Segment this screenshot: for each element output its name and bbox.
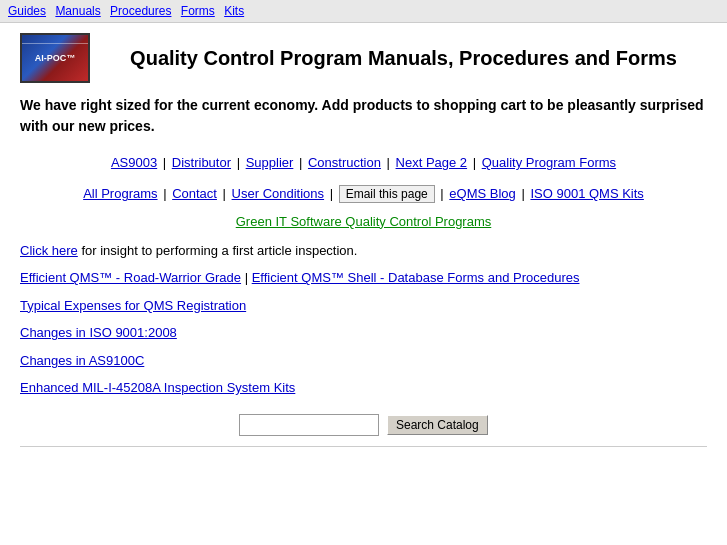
links-row-2: All Programs | Contact | User Conditions… [20,182,707,205]
changes-as-line: Changes in AS9100C [20,351,707,371]
logo: AI-POC™ [20,33,90,83]
link-iso-kits[interactable]: ISO 9001 QMS Kits [530,186,643,201]
header-row: AI-POC™ Quality Control Program Manuals,… [20,33,707,83]
link-quality-forms[interactable]: Quality Program Forms [482,155,616,170]
enhanced-mil-line: Enhanced MIL-I-45208A Inspection System … [20,378,707,398]
logo-text: AI-POC™ [35,53,76,64]
link-as9003[interactable]: AS9003 [111,155,157,170]
link-changes-as[interactable]: Changes in AS9100C [20,353,144,368]
efficient-separator: | [245,270,252,285]
search-row: Search Catalog [20,414,707,436]
page-title: Quality Control Program Manuals, Procedu… [100,45,707,71]
link-changes-iso[interactable]: Changes in ISO 9001:2008 [20,325,177,340]
click-here-line: Click here for insight to performing a f… [20,241,707,261]
link-eqms-blog[interactable]: eQMS Blog [449,186,515,201]
link-efficient-qms-road[interactable]: Efficient QMS™ - Road-Warrior Grade [20,270,241,285]
efficient-qms-line: Efficient QMS™ - Road-Warrior Grade | Ef… [20,268,707,288]
changes-iso-line: Changes in ISO 9001:2008 [20,323,707,343]
click-here-suffix: for insight to performing a first articl… [81,243,357,258]
link-next-page[interactable]: Next Page 2 [396,155,468,170]
green-it-line: Green IT Software Quality Control Progra… [20,214,707,229]
main-content: AI-POC™ Quality Control Program Manuals,… [0,23,727,457]
bottom-divider [20,446,707,447]
link-typical-expenses[interactable]: Typical Expenses for QMS Registration [20,298,246,313]
link-enhanced-mil[interactable]: Enhanced MIL-I-45208A Inspection System … [20,380,295,395]
nav-forms[interactable]: Forms [181,4,215,18]
link-green-it[interactable]: Green IT Software Quality Control Progra… [236,214,492,229]
link-distributor[interactable]: Distributor [172,155,231,170]
typical-expenses-line: Typical Expenses for QMS Registration [20,296,707,316]
link-user-conditions[interactable]: User Conditions [232,186,325,201]
search-input[interactable] [239,414,379,436]
link-efficient-qms-shell[interactable]: Efficient QMS™ Shell - Database Forms an… [252,270,580,285]
link-all-programs[interactable]: All Programs [83,186,157,201]
nav-procedures[interactable]: Procedures [110,4,171,18]
intro-text: We have right sized for the current econ… [20,95,707,137]
nav-manuals[interactable]: Manuals [55,4,100,18]
link-construction[interactable]: Construction [308,155,381,170]
links-row-1: AS9003 | Distributor | Supplier | Constr… [20,151,707,174]
link-click-here[interactable]: Click here [20,243,78,258]
link-contact[interactable]: Contact [172,186,217,201]
email-this-page-button[interactable]: Email this page [339,185,435,203]
search-catalog-button[interactable]: Search Catalog [387,415,488,435]
nav-guides[interactable]: Guides [8,4,46,18]
link-supplier[interactable]: Supplier [246,155,294,170]
nav-kits[interactable]: Kits [224,4,244,18]
top-nav: Guides Manuals Procedures Forms Kits [0,0,727,23]
